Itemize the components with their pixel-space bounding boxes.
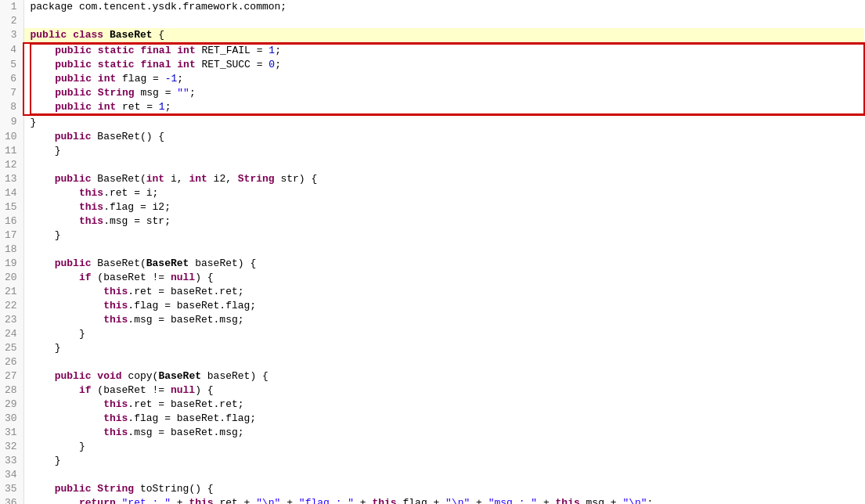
line-content: public BaseRet() {: [23, 130, 864, 144]
line-row: 21 this.ret = baseRet.ret;: [0, 285, 864, 299]
token-type: String: [98, 87, 135, 99]
token-plain: ) {: [195, 272, 213, 283]
line-number: 5: [0, 58, 23, 72]
line-row: 33 }: [0, 454, 864, 468]
token-plain: }: [31, 328, 85, 340]
token-str: "\n": [622, 497, 647, 504]
token-plain: +: [280, 497, 298, 504]
line-content: this.flag = baseRet.flag;: [23, 299, 864, 313]
token-plain: .msg +: [580, 497, 623, 504]
line-number: 22: [0, 299, 23, 313]
token-plain: [92, 59, 98, 70]
token-plain: (baseRet !=: [92, 384, 171, 396]
line-number: 35: [0, 482, 23, 496]
token-kw: this: [103, 412, 128, 424]
token-kw: public: [55, 59, 92, 70]
line-number: 36: [0, 496, 23, 504]
line-content: public String toString() {: [23, 482, 864, 496]
token-plain: [31, 427, 104, 438]
line-content: public static final int RET_SUCC = 0;: [23, 58, 864, 72]
token-plain: [31, 173, 55, 185]
token-plain: [31, 201, 79, 213]
line-row: 16 this.msg = str;: [0, 214, 864, 229]
line-row: 18: [0, 243, 864, 257]
token-kw: final: [140, 59, 171, 70]
line-number: 4: [0, 43, 23, 58]
line-row: 36 return "ret : " + this.ret + "\n" + "…: [0, 496, 864, 504]
line-content: if (baseRet != null) {: [23, 271, 864, 285]
token-type: int: [177, 45, 195, 56]
line-number: 34: [0, 468, 23, 482]
token-plain: () {: [189, 483, 213, 495]
line-number: 32: [0, 440, 23, 454]
line-content: [23, 243, 864, 257]
token-plain: [31, 101, 55, 113]
line-row: 29 this.ret = baseRet.ret;: [0, 398, 864, 412]
token-plain: [31, 45, 55, 56]
code-editor[interactable]: 1package com.tencent.ysdk.framework.comm…: [0, 0, 865, 504]
token-pkg: package com.tencent.ysdk.framework.commo…: [31, 1, 287, 13]
token-plain: [31, 370, 55, 382]
token-classname: BaseRet: [158, 370, 201, 382]
line-number: 12: [0, 158, 23, 172]
line-row: 28 if (baseRet != null) {: [0, 383, 864, 398]
line-content: public int ret = 1;: [23, 100, 864, 115]
line-content: }: [23, 454, 864, 468]
line-row: 7 public String msg = "";: [0, 86, 864, 100]
line-content: this.ret = baseRet.ret;: [23, 285, 864, 299]
token-plain: [31, 215, 79, 227]
token-plain: }: [31, 117, 37, 128]
token-str: "": [177, 87, 189, 99]
token-plain: flag =: [116, 73, 164, 85]
token-str: "flag : ": [299, 497, 354, 504]
token-type: int: [146, 173, 164, 185]
token-plain: [31, 257, 55, 269]
token-kw: public: [55, 87, 92, 99]
token-plain: [31, 497, 79, 504]
token-plain: ;: [647, 497, 654, 504]
token-plain: .flag = i2;: [103, 201, 171, 213]
line-number: 28: [0, 383, 23, 398]
line-content: }: [23, 341, 864, 355]
line-row: 1package com.tencent.ysdk.framework.comm…: [0, 0, 864, 14]
token-plain: (baseRet !=: [92, 272, 171, 283]
token-num: 0: [269, 59, 275, 70]
line-content: public int flag = -1;: [23, 72, 864, 86]
line-number: 1: [0, 0, 23, 14]
token-plain: ;: [275, 45, 281, 56]
line-number: 8: [0, 100, 23, 115]
token-plain: }: [31, 145, 61, 157]
token-str: "\n": [256, 497, 280, 504]
token-kw: final: [140, 45, 171, 56]
token-classname: BaseRet: [110, 29, 153, 41]
token-kw: this: [103, 427, 128, 438]
line-number: 33: [0, 454, 23, 468]
token-type: int: [98, 73, 116, 85]
token-kw: class: [73, 29, 103, 41]
token-type: int: [177, 59, 195, 70]
token-plain: .ret +: [214, 497, 257, 504]
line-row: 35 public String toString() {: [0, 482, 864, 496]
line-content: [23, 468, 864, 482]
token-plain: +: [171, 497, 189, 504]
line-content: this.msg = baseRet.msg;: [23, 313, 864, 327]
line-content: this.ret = i;: [23, 186, 864, 200]
token-kw: this: [103, 398, 128, 410]
token-plain: .ret = i;: [103, 187, 158, 199]
line-row: 5 public static final int RET_SUCC = 0;: [0, 58, 864, 72]
line-row: 4 public static final int RET_FAIL = 1;: [0, 43, 864, 58]
token-plain: [116, 497, 122, 504]
line-content: }: [23, 327, 864, 341]
token-plain: [92, 101, 98, 113]
token-plain: ) {: [195, 384, 213, 396]
line-content: this.flag = i2;: [23, 200, 864, 214]
line-content: public void copy(BaseRet baseRet) {: [23, 369, 864, 383]
token-plain: [103, 29, 110, 41]
token-plain: [31, 187, 79, 199]
token-plain: [31, 286, 104, 297]
token-plain: RET_SUCC =: [196, 59, 269, 70]
token-kw: this: [103, 314, 128, 326]
token-kw: public: [55, 131, 92, 142]
line-number: 25: [0, 341, 23, 355]
line-number: 14: [0, 186, 23, 200]
